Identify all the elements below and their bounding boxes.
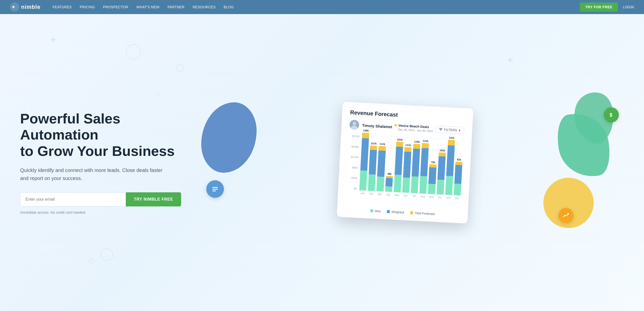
legend-predicted: Total Predicted: [410, 211, 435, 216]
nav-features[interactable]: FEATURES: [53, 5, 72, 9]
legend-weighted: Weighted: [387, 210, 404, 214]
y-label-120k: $120k: [348, 155, 360, 159]
bar-weighted-mar: [377, 150, 386, 177]
bar-weighted-jan: [360, 138, 369, 170]
nav-prospector[interactable]: PROSPECTOR: [103, 5, 128, 9]
bar-predicted-jan: [362, 132, 369, 138]
legend-weighted-dot: [387, 210, 390, 213]
bar-predicted-oct: [438, 152, 446, 156]
bar-value-jul: 119k: [414, 140, 420, 143]
nav-partner[interactable]: PARTNER: [168, 5, 185, 9]
bar-won-apr: [385, 186, 392, 192]
bar-won-jan: [359, 170, 367, 190]
x-label-jun: Jun: [402, 194, 409, 197]
svg-rect-11: [440, 130, 441, 130]
bar-value-dec: 81k: [457, 158, 461, 161]
bar-weighted-jul: [412, 148, 420, 176]
x-label-dec: Dec: [453, 197, 461, 200]
chart-user-name: Timoty Shalamet: [362, 123, 392, 129]
hero-subtitle: Quickly identify and connect with more l…: [20, 166, 166, 182]
x-label-nov: Nov: [445, 196, 452, 199]
x-label-mar: Mar: [376, 193, 383, 196]
bar-group-feb: 107k: [368, 142, 377, 191]
nav-logo[interactable]: ✦ nimble: [10, 3, 41, 12]
hero-chart-area: $ Revenue Forecast: [186, 87, 624, 238]
chart-avatar: [349, 120, 359, 130]
bar-value-may: 121k: [397, 138, 403, 141]
bar-value-oct: 101k: [439, 149, 445, 152]
deco-blob-blue: [201, 102, 257, 173]
logo-text: nimble: [21, 4, 41, 10]
bar-stack-aug: [419, 143, 429, 194]
svg-rect-3: [212, 189, 218, 190]
hero-disclaimer: Immediate access. No credit card needed.: [20, 210, 186, 214]
svg-rect-9: [439, 128, 442, 128]
bar-group-jul: 119k: [411, 140, 421, 193]
bar-value-sep: 72k: [431, 161, 435, 164]
bar-group-apr: 38k: [385, 172, 393, 192]
y-axis: $200k $160k $120k $80k $40k $0: [346, 134, 361, 190]
hero-title: Powerful Sales Automation to Grow Your B…: [20, 111, 186, 159]
bar-predicted-jul: [413, 144, 420, 149]
bubble-icon-dollar: $: [604, 107, 619, 122]
bar-value-mar: 111k: [380, 142, 385, 145]
nav-try-free-button[interactable]: TRY FOR FREE: [580, 3, 618, 12]
bar-value-aug: 121k: [423, 139, 429, 142]
email-input[interactable]: [20, 192, 126, 206]
nav-resources[interactable]: RESOURCES: [193, 5, 216, 9]
x-label-jan: Jan: [359, 192, 366, 195]
bar-stack-oct: [436, 152, 446, 194]
chart-filters-button[interactable]: FILTERS ▾: [435, 125, 464, 134]
bar-won-may: [394, 174, 402, 192]
bar-group-nov: 131k: [445, 136, 455, 195]
deco-circle-3: [101, 248, 113, 261]
bar-stack-may: [394, 142, 404, 192]
x-label-may: May: [393, 193, 401, 196]
chart-title: Revenue Forecast: [350, 109, 465, 122]
bar-predicted-aug: [422, 143, 429, 148]
bar-predicted-mar: [379, 146, 386, 151]
bar-group-jun: 111k: [402, 143, 412, 193]
chart-user-info: Timoty Shalamet: [349, 120, 393, 131]
chart-deal-dot: [394, 124, 397, 126]
bar-predicted-sep: [429, 164, 437, 167]
bar-chart: $200k $160k $120k $80k $40k $0 139k107: [345, 134, 464, 210]
bar-won-dec: [454, 184, 461, 195]
nav-pricing[interactable]: PRICING: [80, 5, 95, 9]
bar-won-oct: [436, 180, 444, 194]
bar-predicted-feb: [370, 145, 377, 150]
bar-weighted-oct: [437, 156, 446, 180]
bubble-icon-trend: [558, 208, 574, 223]
y-label-40k: $40k: [347, 176, 359, 180]
bar-value-jun: 111k: [405, 143, 411, 146]
x-label-aug: Aug: [419, 195, 426, 198]
x-label-oct: Oct: [436, 196, 444, 199]
navbar: ✦ nimble FEATURES PRICING PROSPECTOR WHA…: [0, 0, 644, 14]
nav-whats-new[interactable]: WHAT'S NEW: [136, 5, 159, 9]
bar-value-nov: 131k: [449, 136, 455, 139]
bar-weighted-dec: [454, 165, 462, 184]
svg-rect-4: [212, 191, 216, 191]
svg-text:✦: ✦: [11, 4, 16, 10]
bar-stack-dec: [454, 161, 462, 195]
x-label-feb: Feb: [368, 192, 375, 195]
bar-weighted-may: [394, 147, 403, 175]
bar-stack-jul: [411, 144, 420, 193]
bar-predicted-dec: [455, 161, 463, 165]
try-nimble-button[interactable]: TRY NIMBLE FREE: [126, 192, 181, 206]
svg-rect-10: [439, 129, 442, 129]
bar-weighted-apr: [385, 178, 393, 187]
deco-plus-2: +: [507, 54, 513, 66]
legend-won-dot: [370, 209, 373, 212]
hero-section: + + ◇ ○ Powerful Sales Automation to Gro…: [0, 14, 644, 311]
bar-stack-mar: [376, 146, 386, 191]
hero-form: TRY NIMBLE FREE: [20, 192, 181, 206]
svg-rect-2: [212, 187, 218, 188]
y-label-80k: $80k: [347, 165, 359, 169]
bar-group-dec: 81k: [454, 158, 463, 195]
bar-group-mar: 111k: [376, 142, 386, 191]
bar-predicted-nov: [448, 140, 455, 145]
legend-weighted-label: Weighted: [391, 210, 404, 214]
nav-login-link[interactable]: LOGIN: [623, 5, 634, 9]
nav-blog[interactable]: BLOG: [224, 5, 234, 9]
